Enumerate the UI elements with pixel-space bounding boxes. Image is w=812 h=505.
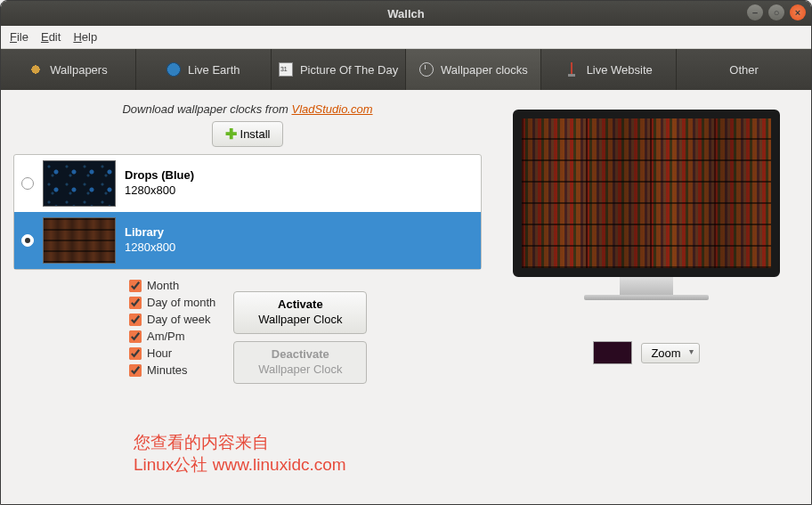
check-month[interactable]: Month bbox=[129, 279, 215, 292]
titlebar: Wallch – ○ × bbox=[1, 1, 811, 26]
thumbnail-library bbox=[43, 217, 116, 264]
menu-edit[interactable]: Edit bbox=[41, 30, 61, 44]
menu-file[interactable]: File bbox=[10, 30, 28, 44]
minimize-button[interactable]: – bbox=[747, 4, 763, 20]
tab-live-earth[interactable]: Live Earth bbox=[135, 49, 271, 90]
install-button[interactable]: ✚ Install bbox=[212, 121, 284, 147]
feature-checkboxes: Month Day of month Day of week Am/Pm Hou… bbox=[129, 279, 215, 384]
activate-wallpaper-clock-button[interactable]: ActivateWallpaper Clock bbox=[233, 291, 367, 334]
deactivate-wallpaper-clock-button: DeactivateWallpaper Clock bbox=[233, 341, 367, 384]
left-pane: Download wallpaper clocks from VladStudi… bbox=[13, 102, 482, 492]
radio-drops-blue[interactable] bbox=[21, 177, 34, 190]
tab-live-website[interactable]: Live Website bbox=[540, 49, 676, 90]
window-title: Wallch bbox=[1, 7, 811, 20]
fit-mode-select[interactable]: Zoom bbox=[641, 343, 699, 363]
download-hint: Download wallpaper clocks from VladStudi… bbox=[13, 102, 482, 116]
tab-wallpaper-clocks[interactable]: Wallpaper clocks bbox=[405, 49, 540, 90]
menu-help[interactable]: Help bbox=[73, 30, 97, 44]
tab-other[interactable]: Other bbox=[676, 49, 811, 90]
calendar-icon bbox=[279, 62, 293, 77]
sun-icon bbox=[28, 62, 43, 77]
check-minutes[interactable]: Minutes bbox=[129, 363, 215, 377]
tab-wallpapers[interactable]: Wallpapers bbox=[1, 49, 135, 90]
thumbnail-drops-blue bbox=[43, 160, 116, 207]
preview-screen bbox=[513, 110, 780, 277]
watermark-text: 您查看的内容来自 Linux公社 www.linuxidc.com bbox=[134, 432, 346, 476]
clock-icon bbox=[419, 62, 434, 77]
check-hour[interactable]: Hour bbox=[129, 346, 215, 360]
clock-item-library[interactable]: Library 1280x800 bbox=[14, 212, 481, 269]
background-color-swatch[interactable] bbox=[593, 341, 632, 364]
close-button[interactable]: × bbox=[790, 4, 806, 20]
clock-item-resolution: 1280x800 bbox=[125, 240, 175, 256]
clock-item-name: Drops (Blue) bbox=[125, 168, 194, 183]
monitor-preview bbox=[504, 110, 789, 314]
clock-item-resolution: 1280x800 bbox=[125, 183, 194, 199]
plus-icon: ✚ bbox=[225, 126, 237, 143]
globe-icon bbox=[166, 62, 181, 77]
preview-pane: Zoom bbox=[494, 102, 799, 492]
maximize-button[interactable]: ○ bbox=[768, 4, 784, 20]
check-am-pm[interactable]: Am/Pm bbox=[129, 330, 215, 343]
clock-item-name: Library bbox=[125, 225, 175, 240]
radio-library[interactable] bbox=[21, 234, 34, 247]
main-tabbar: Wallpapers Live Earth Picture Of The Day… bbox=[1, 49, 811, 90]
vladstudio-link[interactable]: VladStudio.com bbox=[291, 102, 372, 116]
check-day-of-week[interactable]: Day of week bbox=[129, 313, 215, 326]
menubar: File Edit Help bbox=[1, 26, 811, 49]
tab-picture-of-the-day[interactable]: Picture Of The Day bbox=[271, 49, 406, 90]
wallpaper-clock-list[interactable]: Drops (Blue) 1280x800 Library 1280x800 bbox=[13, 154, 482, 270]
clock-item-drops-blue[interactable]: Drops (Blue) 1280x800 bbox=[14, 155, 481, 212]
antenna-icon bbox=[565, 62, 580, 77]
check-day-of-month[interactable]: Day of month bbox=[129, 296, 215, 309]
